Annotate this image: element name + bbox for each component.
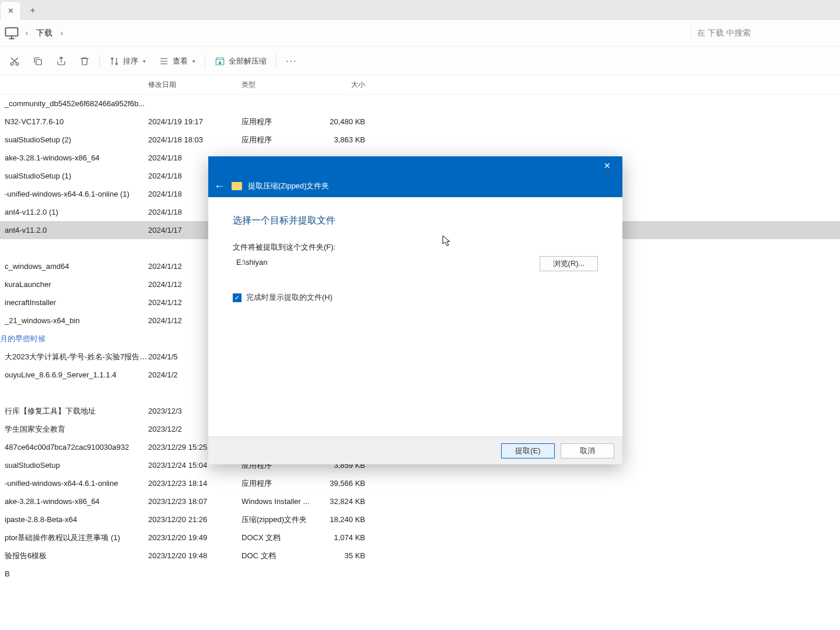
- dialog-footer: 提取(E) 取消: [208, 436, 622, 464]
- dialog-title-text: 提取压缩(Zipped)文件夹: [248, 181, 329, 191]
- dialog-heading: 选择一个目标并提取文件: [233, 215, 598, 227]
- browse-button[interactable]: 浏览(R)...: [540, 256, 598, 271]
- show-files-label: 完成时显示提取的文件(H): [246, 292, 332, 303]
- extract-button[interactable]: 提取(E): [501, 443, 555, 459]
- extract-dialog: ✕ ← 提取压缩(Zipped)文件夹 选择一个目标并提取文件 文件将被提取到这…: [208, 156, 622, 464]
- cancel-button[interactable]: 取消: [561, 443, 614, 459]
- folder-icon: [232, 182, 242, 190]
- back-arrow-icon[interactable]: ←: [214, 180, 226, 192]
- show-files-checkbox[interactable]: ✓: [233, 293, 242, 302]
- dialog-header: ← 提取压缩(Zipped)文件夹: [208, 175, 622, 197]
- folder-path-input[interactable]: E:\shiyan: [233, 256, 534, 271]
- close-button[interactable]: ✕: [594, 157, 620, 174]
- dialog-body: 选择一个目标并提取文件 文件将被提取到这个文件夹(F): E:\shiyan 浏…: [208, 197, 622, 436]
- dialog-backdrop: ✕ ← 提取压缩(Zipped)文件夹 选择一个目标并提取文件 文件将被提取到这…: [0, 0, 840, 630]
- folder-label: 文件将被提取到这个文件夹(F):: [233, 242, 598, 253]
- dialog-titlebar[interactable]: ✕: [208, 156, 622, 175]
